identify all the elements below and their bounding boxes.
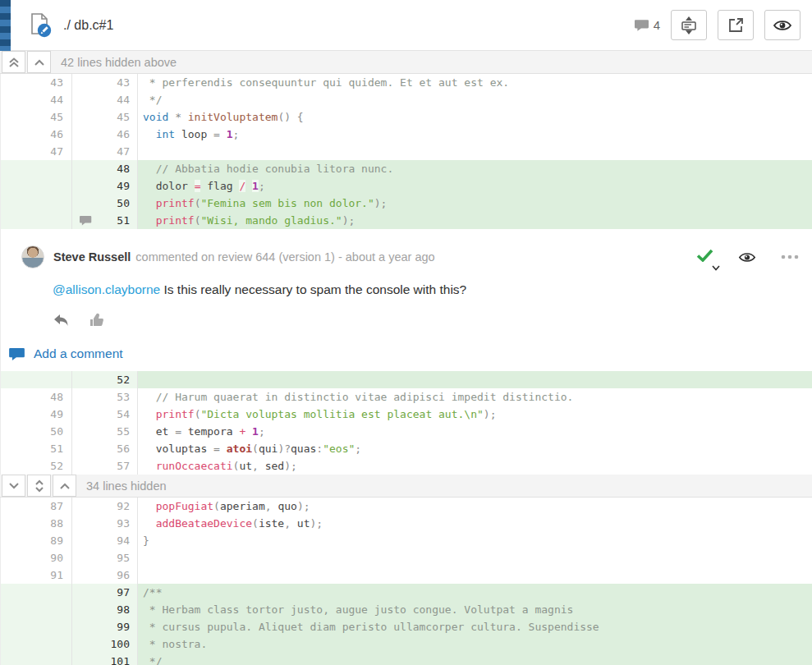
comment-count-value: 4 (654, 18, 660, 32)
diff-row: 97/** (1, 584, 812, 601)
expand-both-button[interactable] (27, 475, 51, 497)
old-line-number[interactable]: 46 (1, 126, 72, 143)
code-line: printf("Femina sem bis non dolor."); (138, 195, 812, 212)
code-line: voluptas = atoi(qui)?quas:"eos"; (138, 440, 812, 457)
old-line-number[interactable]: 89 (1, 532, 72, 549)
add-comment-button[interactable]: Add a comment (1, 341, 799, 365)
diff-row: 49 dolor = flag / 1; (1, 177, 812, 195)
like-button[interactable] (89, 313, 104, 327)
new-line-number[interactable]: 99 (72, 618, 138, 635)
comment-bubble-icon[interactable] (80, 216, 92, 226)
resolve-caret-icon (712, 265, 720, 271)
old-line-number[interactable] (1, 618, 72, 635)
eye-icon (738, 251, 756, 264)
new-line-number[interactable]: 49 (72, 177, 138, 195)
watch-thread-button[interactable] (738, 251, 756, 264)
comment-body: @allison.clayborne Is this really necess… (53, 282, 799, 297)
diff-block-3: 8792 popFugiat(aperiam, quo);8893 addBea… (0, 498, 812, 665)
new-line-number[interactable]: 93 (72, 515, 138, 532)
old-line-number[interactable]: 48 (1, 388, 72, 406)
new-line-number[interactable]: 98 (72, 601, 138, 618)
old-line-number[interactable]: 87 (1, 498, 72, 515)
open-external-button[interactable] (718, 10, 754, 40)
mention-link[interactable]: @allison.clayborne (53, 282, 160, 296)
expand-all-above-button[interactable] (2, 51, 25, 73)
old-line-number[interactable]: 45 (1, 108, 72, 126)
old-line-number[interactable]: 88 (1, 515, 72, 532)
expand-up-button[interactable] (53, 475, 76, 497)
new-line-number[interactable]: 44 (72, 91, 138, 108)
old-line-number[interactable] (1, 160, 72, 177)
new-line-number[interactable]: 51 (72, 212, 138, 229)
old-line-number[interactable]: 50 (1, 423, 72, 440)
comment-meta: commented on review 644 (version 1) - ab… (135, 250, 434, 264)
old-line-number[interactable] (1, 653, 72, 665)
new-line-number[interactable]: 47 (72, 143, 138, 160)
old-line-number[interactable]: 43 (1, 74, 72, 91)
diff-row: 4444 */ (1, 91, 812, 108)
new-line-number[interactable]: 54 (72, 406, 138, 423)
diff-row: 4343 * perferendis consequuntur qui quid… (1, 74, 812, 91)
old-line-number[interactable] (1, 584, 72, 601)
old-line-number[interactable] (1, 212, 72, 229)
avatar[interactable] (21, 245, 44, 268)
diff-row: 4545void * initVoluptatem() { (1, 108, 812, 126)
more-actions-button[interactable] (781, 255, 799, 259)
resolve-toggle[interactable] (696, 249, 713, 265)
code-line: printf("Dicta voluptas mollitia est plac… (138, 406, 812, 423)
old-line-number[interactable]: 49 (1, 406, 72, 423)
expand-collapse-all-button[interactable] (671, 10, 707, 40)
new-line-number[interactable]: 97 (72, 584, 138, 601)
code-line: */ (138, 91, 812, 108)
old-line-number[interactable] (1, 177, 72, 195)
comment-count: 4 (635, 18, 660, 32)
diff-row: 4747 (1, 143, 812, 160)
diff-row: 101 */ (1, 653, 812, 665)
new-line-number[interactable]: 56 (72, 440, 138, 457)
new-line-number[interactable]: 92 (72, 498, 138, 515)
new-line-number[interactable]: 43 (72, 74, 138, 91)
new-line-number[interactable]: 45 (72, 108, 138, 126)
new-line-number[interactable]: 46 (72, 126, 138, 143)
new-line-number[interactable]: 96 (72, 566, 138, 584)
code-line: popFugiat(aperiam, quo); (138, 498, 812, 515)
new-line-number[interactable]: 95 (72, 549, 138, 566)
comment-text: Is this really necessary to spam the con… (160, 282, 466, 296)
old-line-number[interactable]: 90 (1, 549, 72, 566)
code-line: void * initVoluptatem() { (138, 108, 812, 126)
code-line: } (138, 532, 812, 549)
new-line-number[interactable]: 55 (72, 423, 138, 440)
code-line (138, 566, 812, 584)
code-line: */ (138, 653, 812, 665)
new-line-number[interactable]: 53 (72, 388, 138, 406)
ellipsis-icon (781, 255, 799, 259)
diff-row: 4954 printf("Dicta voluptas mollitia est… (1, 406, 812, 423)
diff-row: 98 * Herbam class tortor justo, augue ju… (1, 601, 812, 618)
diff-row: 9196 (1, 566, 812, 584)
new-line-number[interactable]: 50 (72, 195, 138, 212)
old-line-number[interactable]: 91 (1, 566, 72, 584)
old-line-number[interactable]: 44 (1, 91, 72, 108)
diff-row: 8893 addBeataeDevice(iste, ut); (1, 515, 812, 532)
old-line-number[interactable] (1, 601, 72, 618)
old-line-number[interactable]: 51 (1, 440, 72, 457)
new-line-number[interactable]: 101 (72, 653, 138, 665)
add-comment-label: Add a comment (34, 346, 123, 361)
new-line-number[interactable]: 94 (72, 532, 138, 549)
reply-button[interactable] (53, 314, 69, 327)
expand-some-above-button[interactable] (27, 51, 51, 73)
old-line-number[interactable] (1, 371, 72, 388)
new-line-number[interactable]: 100 (72, 635, 138, 653)
new-line-number[interactable]: 48 (72, 160, 138, 177)
new-line-number[interactable]: 52 (72, 371, 138, 388)
old-line-number[interactable]: 47 (1, 143, 72, 160)
code-line: * nostra. (138, 635, 812, 653)
old-line-number[interactable] (1, 195, 72, 212)
new-line-number[interactable]: 57 (72, 457, 138, 475)
watch-file-button[interactable] (764, 10, 801, 40)
expand-down-button[interactable] (2, 475, 25, 497)
code-line: * Herbam class tortor justo, augue justo… (138, 601, 812, 618)
old-line-number[interactable]: 52 (1, 457, 72, 475)
old-line-number[interactable] (1, 635, 72, 653)
code-line: runOccaecati(ut, sed); (138, 457, 812, 475)
